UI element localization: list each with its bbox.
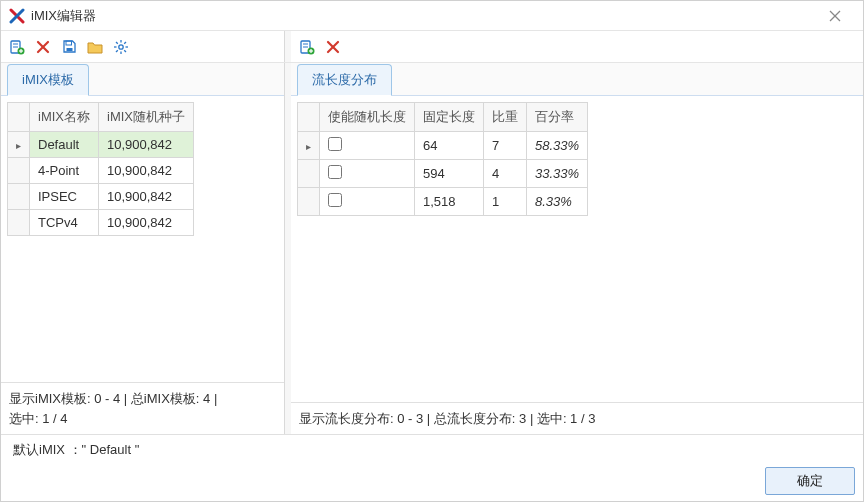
svg-rect-13	[66, 48, 72, 51]
right-tabstrip: 流长度分布	[291, 63, 863, 95]
length-distribution-table[interactable]: 使能随机长度 固定长度 比重 百分率 ▸64758.33%594433.33%1…	[297, 102, 588, 216]
svg-line-19	[116, 42, 118, 44]
row-header-blank	[298, 103, 320, 132]
col-imix-seed[interactable]: iMIX随机种子	[99, 103, 194, 132]
cell-imix-seed[interactable]: 10,900,842	[99, 132, 194, 158]
close-button[interactable]	[815, 2, 855, 30]
cell-percent: 8.33%	[527, 188, 588, 216]
svg-line-22	[116, 50, 118, 52]
row-indicator	[8, 184, 30, 210]
app-icon	[9, 8, 25, 24]
cell-fixed-length[interactable]: 594	[415, 160, 484, 188]
cell-imix-name[interactable]: IPSEC	[30, 184, 99, 210]
delete-template-button[interactable]	[33, 37, 53, 57]
right-grid-container: 使能随机长度 固定长度 比重 百分率 ▸64758.33%594433.33%1…	[291, 95, 863, 402]
settings-button[interactable]	[111, 37, 131, 57]
cell-percent: 33.33%	[527, 160, 588, 188]
cell-imix-seed[interactable]: 10,900,842	[99, 158, 194, 184]
cell-enable-random[interactable]	[320, 132, 415, 160]
col-imix-name[interactable]: iMIX名称	[30, 103, 99, 132]
cell-weight[interactable]: 1	[484, 188, 527, 216]
table-row[interactable]: TCPv410,900,842	[8, 210, 194, 236]
titlebar: iMIX编辑器	[1, 1, 863, 31]
left-status-line1: 显示iMIX模板: 0 - 4 | 总iMIX模板: 4 |	[9, 389, 276, 409]
cell-fixed-length[interactable]: 64	[415, 132, 484, 160]
right-pane: 流长度分布 使能随机长度 固定长度 比重 百分率 ▸64758.33%59443…	[291, 63, 863, 434]
cell-weight[interactable]: 4	[484, 160, 527, 188]
add-template-button[interactable]	[7, 37, 27, 57]
save-button[interactable]	[59, 37, 79, 57]
window-title: iMIX编辑器	[31, 7, 815, 25]
col-percent[interactable]: 百分率	[527, 103, 588, 132]
table-row[interactable]: 4-Point10,900,842	[8, 158, 194, 184]
svg-line-20	[124, 50, 126, 52]
table-row[interactable]: ▸64758.33%	[298, 132, 588, 160]
cell-imix-seed[interactable]: 10,900,842	[99, 184, 194, 210]
ok-button[interactable]: 确定	[765, 467, 855, 495]
cell-weight[interactable]: 7	[484, 132, 527, 160]
row-indicator	[8, 210, 30, 236]
left-status: 显示iMIX模板: 0 - 4 | 总iMIX模板: 4 | 选中: 1 / 4	[1, 382, 284, 434]
add-distribution-button[interactable]	[297, 37, 317, 57]
left-pane: iMIX模板 iMIX名称 iMIX随机种子 ▸Default10,900,84…	[1, 63, 285, 434]
left-grid-container: iMIX名称 iMIX随机种子 ▸Default10,900,8424-Poin…	[1, 95, 284, 382]
right-toolbar	[291, 31, 863, 62]
toolbar-row	[1, 31, 863, 63]
left-status-line2: 选中: 1 / 4	[9, 409, 276, 429]
row-indicator	[8, 158, 30, 184]
imix-template-table[interactable]: iMIX名称 iMIX随机种子 ▸Default10,900,8424-Poin…	[7, 102, 194, 236]
left-tabstrip: iMIX模板	[1, 63, 284, 95]
left-toolbar	[1, 31, 285, 62]
body: iMIX模板 iMIX名称 iMIX随机种子 ▸Default10,900,84…	[1, 63, 863, 434]
footer: 默认iMIX ：" Default " 确定	[1, 434, 863, 501]
svg-line-21	[124, 42, 126, 44]
col-random-length[interactable]: 使能随机长度	[320, 103, 415, 132]
tab-imix-template[interactable]: iMIX模板	[7, 64, 89, 96]
default-imix-label: 默认iMIX ：" Default "	[13, 441, 855, 459]
cell-enable-random[interactable]	[320, 160, 415, 188]
cell-percent: 58.33%	[527, 132, 588, 160]
random-length-checkbox[interactable]	[328, 193, 342, 207]
random-length-checkbox[interactable]	[328, 165, 342, 179]
cell-imix-name[interactable]: 4-Point	[30, 158, 99, 184]
right-status: 显示流长度分布: 0 - 3 | 总流长度分布: 3 | 选中: 1 / 3	[291, 402, 863, 435]
cell-imix-name[interactable]: TCPv4	[30, 210, 99, 236]
table-row[interactable]: IPSEC10,900,842	[8, 184, 194, 210]
imix-editor-window: iMIX编辑器	[0, 0, 864, 502]
col-weight[interactable]: 比重	[484, 103, 527, 132]
random-length-checkbox[interactable]	[328, 137, 342, 151]
table-row[interactable]: 594433.33%	[298, 160, 588, 188]
svg-point-14	[119, 44, 123, 48]
open-folder-button[interactable]	[85, 37, 105, 57]
cell-imix-seed[interactable]: 10,900,842	[99, 210, 194, 236]
table-row[interactable]: ▸Default10,900,842	[8, 132, 194, 158]
cell-enable-random[interactable]	[320, 188, 415, 216]
table-row[interactable]: 1,51818.33%	[298, 188, 588, 216]
row-indicator: ▸	[8, 132, 30, 158]
cell-fixed-length[interactable]: 1,518	[415, 188, 484, 216]
row-indicator	[298, 160, 320, 188]
row-indicator	[298, 188, 320, 216]
row-header-blank	[8, 103, 30, 132]
col-fixed-length[interactable]: 固定长度	[415, 103, 484, 132]
row-indicator: ▸	[298, 132, 320, 160]
delete-distribution-button[interactable]	[323, 37, 343, 57]
cell-imix-name[interactable]: Default	[30, 132, 99, 158]
tab-length-distribution[interactable]: 流长度分布	[297, 64, 392, 96]
